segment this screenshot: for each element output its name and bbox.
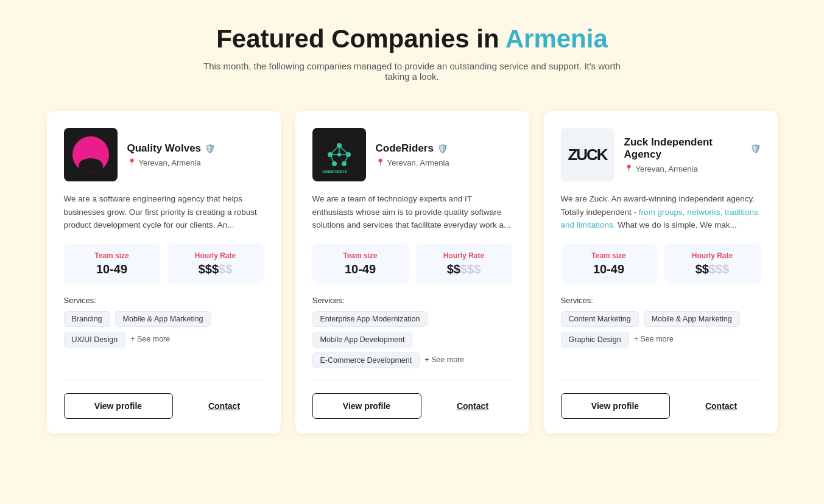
location-text: Yerevan, Armenia <box>636 164 698 173</box>
stats-row: Team size 10-49 Hourly Rate $$$$$ <box>64 244 264 284</box>
team-size-box: Team size 10-49 <box>64 244 160 284</box>
company-location: 📍 Yerevan, Armenia <box>624 164 761 173</box>
service-tag: Mobile App Development <box>312 332 413 348</box>
verified-icon: 🛡️ <box>437 144 448 153</box>
service-tag: Content Marketing <box>561 311 639 327</box>
services-tags: Enterprise App Modernization Mobile App … <box>312 311 512 368</box>
card-actions: View profile Contact <box>312 393 512 419</box>
active-dollars: $$ <box>447 262 460 276</box>
card-header: Quality Wolves 🛡️ 📍 Yerevan, Armenia <box>64 128 264 181</box>
services-tags: Branding Mobile & App Marketing UX/UI De… <box>64 311 264 348</box>
hourly-rate-box: Hourly Rate $$$$$ <box>416 244 512 284</box>
hourly-rate-label: Hourly Rate <box>424 251 504 260</box>
team-size-box: Team size 10-49 <box>561 244 657 284</box>
company-name-row: Quality Wolves 🛡️ <box>127 142 264 155</box>
inactive-dollars: $$ <box>219 262 232 276</box>
zuck-logo-text: ZUCK <box>568 145 607 164</box>
hourly-rate-value: $$$$$ <box>424 262 504 276</box>
page-title-part1: Featured Companies in <box>216 24 505 53</box>
team-size-value: 10-49 <box>569 262 649 276</box>
service-tag: E-Commerce Development <box>312 352 420 368</box>
hourly-rate-box: Hourly Rate $$$$$ <box>664 244 761 284</box>
team-size-value: 10-49 <box>72 262 152 276</box>
card-header: ZUCK Zuck Independent Agency 🛡️ 📍 Yereva… <box>561 128 761 181</box>
hourly-rate-value: $$$$$ <box>673 262 752 276</box>
location-text: Yerevan, Armenia <box>139 158 201 167</box>
services-section: Services: Content Marketing Mobile & App… <box>561 296 761 348</box>
company-card-coderiders: coderiders CodeRiders 🛡️ 📍 Yerevan, Arme… <box>295 111 529 433</box>
see-more-link[interactable]: + See more <box>424 352 464 368</box>
stats-row: Team size 10-49 Hourly Rate $$$$$ <box>312 244 512 284</box>
service-tag: Enterprise App Modernization <box>312 311 428 327</box>
hourly-rate-label: Hourly Rate <box>176 251 255 260</box>
hourly-rate-box: Hourly Rate $$$$$ <box>167 244 264 284</box>
verified-icon: 🛡️ <box>750 144 761 153</box>
cards-container: Quality Wolves 🛡️ 📍 Yerevan, Armenia We … <box>47 111 778 433</box>
service-tag: UX/UI Design <box>64 332 126 348</box>
logo-graphic <box>72 136 109 173</box>
service-tag: Mobile & App Marketing <box>115 311 211 327</box>
inactive-dollars: $$$ <box>709 262 729 276</box>
active-dollars: $$$ <box>199 262 219 276</box>
team-size-label: Team size <box>569 251 649 260</box>
team-size-label: Team size <box>72 251 152 260</box>
page-header: Featured Companies in Armenia This month… <box>199 24 625 82</box>
page-title-highlight: Armenia <box>505 24 608 53</box>
team-size-value: 10-49 <box>321 262 400 276</box>
view-profile-button[interactable]: View profile <box>312 393 421 419</box>
card-actions: View profile Contact <box>561 393 761 419</box>
company-description: We are a team of technology experts and … <box>312 192 512 232</box>
card-header: coderiders CodeRiders 🛡️ 📍 Yerevan, Arme… <box>312 128 512 181</box>
company-name: Quality Wolves <box>127 142 202 155</box>
card-divider <box>64 380 264 381</box>
page-subtitle: This month, the following companies mana… <box>199 61 625 82</box>
svg-text:coderiders: coderiders <box>322 169 347 174</box>
location-icon: 📍 <box>376 158 385 167</box>
company-logo: ZUCK <box>561 128 614 181</box>
company-card-quality-wolves: Quality Wolves 🛡️ 📍 Yerevan, Armenia We … <box>47 111 281 433</box>
company-logo: coderiders <box>312 128 366 181</box>
view-profile-button[interactable]: View profile <box>561 393 670 419</box>
hourly-rate-value: $$$$$ <box>176 262 255 276</box>
company-name: Zuck Independent Agency <box>624 136 747 161</box>
services-label: Services: <box>561 296 761 305</box>
location-icon: 📍 <box>624 164 633 173</box>
company-logo <box>64 128 118 181</box>
contact-button[interactable]: Contact <box>434 401 512 411</box>
service-tag: Branding <box>64 311 110 327</box>
company-location: 📍 Yerevan, Armenia <box>376 158 512 167</box>
company-description: We are Zuck. An award-winning independen… <box>561 192 761 232</box>
stats-row: Team size 10-49 Hourly Rate $$$$$ <box>561 244 761 284</box>
team-size-box: Team size 10-49 <box>312 244 409 284</box>
contact-button[interactable]: Contact <box>185 401 264 411</box>
card-divider <box>312 380 512 381</box>
company-location: 📍 Yerevan, Armenia <box>127 158 264 167</box>
coderiders-logo-svg: coderiders <box>318 133 361 176</box>
card-divider <box>561 380 761 381</box>
card-actions: View profile Contact <box>64 393 264 419</box>
inactive-dollars: $$$ <box>460 262 481 276</box>
hourly-rate-label: Hourly Rate <box>673 251 752 260</box>
services-label: Services: <box>64 296 264 305</box>
location-text: Yerevan, Armenia <box>387 158 449 167</box>
team-size-label: Team size <box>321 251 400 260</box>
services-section: Services: Branding Mobile & App Marketin… <box>64 296 264 348</box>
verified-icon: 🛡️ <box>205 144 215 153</box>
location-icon: 📍 <box>127 158 136 167</box>
page-title: Featured Companies in Armenia <box>199 24 625 54</box>
see-more-link[interactable]: + See more <box>634 332 674 348</box>
service-tag: Mobile & App Marketing <box>644 311 740 327</box>
contact-button[interactable]: Contact <box>682 401 761 411</box>
view-profile-button[interactable]: View profile <box>64 393 173 419</box>
services-tags: Content Marketing Mobile & App Marketing… <box>561 311 761 348</box>
company-card-zuck: ZUCK Zuck Independent Agency 🛡️ 📍 Yereva… <box>544 111 778 433</box>
services-section: Services: Enterprise App Modernization M… <box>312 296 512 368</box>
company-name: CodeRiders <box>376 142 434 155</box>
see-more-link[interactable]: + See more <box>130 332 170 348</box>
company-description: We are a software engineering agency tha… <box>64 192 264 232</box>
active-dollars: $$ <box>695 262 709 276</box>
company-info: Quality Wolves 🛡️ 📍 Yerevan, Armenia <box>127 142 264 167</box>
company-name-row: Zuck Independent Agency 🛡️ <box>624 136 761 161</box>
company-info: CodeRiders 🛡️ 📍 Yerevan, Armenia <box>376 142 512 167</box>
company-info: Zuck Independent Agency 🛡️ 📍 Yerevan, Ar… <box>624 136 761 173</box>
